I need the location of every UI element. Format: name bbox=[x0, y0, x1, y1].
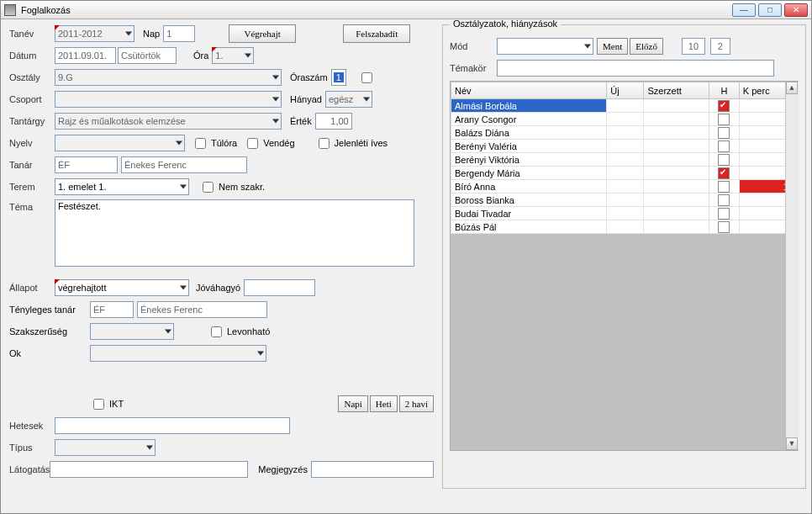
minimize-button[interactable]: — bbox=[732, 3, 756, 17]
table-row[interactable]: Arany Csongor bbox=[451, 113, 798, 126]
h-cell[interactable] bbox=[709, 153, 739, 167]
h-checkbox[interactable] bbox=[718, 127, 730, 139]
student-name[interactable]: Berényi Valéria bbox=[451, 140, 607, 153]
student-name[interactable]: Arany Csongor bbox=[451, 113, 607, 126]
nemszakr-check[interactable] bbox=[203, 182, 214, 193]
h-checkbox[interactable] bbox=[718, 100, 730, 112]
oraszam-input[interactable]: 1 bbox=[331, 69, 346, 86]
uj-cell[interactable] bbox=[607, 167, 644, 180]
tantargy-select[interactable]: Rajz és műalkotások elemzése bbox=[55, 113, 282, 130]
student-name[interactable]: Bíró Anna bbox=[451, 180, 607, 193]
h-checkbox[interactable] bbox=[718, 208, 730, 220]
elozo-button[interactable]: Előző bbox=[630, 38, 663, 55]
uj-cell[interactable] bbox=[607, 207, 644, 220]
szerzett-cell[interactable] bbox=[644, 167, 709, 180]
vendeg-check[interactable] bbox=[247, 138, 258, 149]
h-checkbox[interactable] bbox=[718, 154, 730, 166]
table-row[interactable]: Budai Tivadar bbox=[451, 207, 798, 220]
col-h[interactable]: H bbox=[709, 82, 739, 99]
student-name[interactable]: Budai Tivadar bbox=[451, 207, 607, 220]
nap-input[interactable] bbox=[163, 25, 195, 42]
close-button[interactable]: ✕ bbox=[784, 3, 808, 17]
table-scrollbar[interactable]: ▲ ▼ bbox=[785, 82, 799, 450]
table-row[interactable]: Boross Bianka bbox=[451, 193, 798, 207]
tema-textarea[interactable]: Festészet. bbox=[55, 199, 414, 267]
uj-cell[interactable] bbox=[607, 193, 644, 207]
student-name[interactable]: Balázs Diána bbox=[451, 126, 607, 140]
tipus-select[interactable] bbox=[55, 439, 156, 456]
h-checkbox[interactable] bbox=[718, 181, 730, 193]
ikt-check[interactable] bbox=[93, 399, 104, 410]
szerzett-cell[interactable] bbox=[644, 180, 709, 193]
col-szerzett[interactable]: Szerzett bbox=[644, 82, 709, 99]
tanar-code[interactable] bbox=[55, 156, 118, 173]
ora-select[interactable]: 1. bbox=[212, 47, 254, 64]
h-checkbox[interactable] bbox=[718, 194, 730, 206]
table-row[interactable]: Bíró Anna12 bbox=[451, 180, 798, 193]
tulora-check[interactable] bbox=[195, 138, 206, 149]
uj-cell[interactable] bbox=[607, 113, 644, 126]
csoport-select[interactable] bbox=[55, 91, 282, 108]
table-row[interactable]: Búzás Pál bbox=[451, 220, 798, 234]
uj-cell[interactable] bbox=[607, 99, 644, 113]
table-row[interactable]: Bergendy Mária bbox=[451, 167, 798, 180]
table-row[interactable]: Berényi Valéria bbox=[451, 140, 798, 153]
h-cell[interactable] bbox=[709, 180, 739, 193]
table-row[interactable]: Berényi Viktória bbox=[451, 153, 798, 167]
szerzett-cell[interactable] bbox=[644, 193, 709, 207]
terem-select[interactable]: 1. emelet 1. bbox=[55, 178, 189, 195]
allapot-select[interactable]: végrehajtott bbox=[55, 279, 189, 296]
students-table[interactable]: Név Új Szerzett H K perc Almási BorbálaA… bbox=[451, 82, 798, 234]
uj-cell[interactable] bbox=[607, 220, 644, 234]
student-name[interactable]: Búzás Pál bbox=[451, 220, 607, 234]
datum-input[interactable] bbox=[55, 47, 116, 64]
havi-button[interactable]: 2 havi bbox=[399, 395, 434, 412]
szerzett-cell[interactable] bbox=[644, 207, 709, 220]
maximize-button[interactable]: □ bbox=[758, 3, 782, 17]
felszabadit-button[interactable]: Felszabadít bbox=[343, 24, 410, 43]
vegrehajt-button[interactable]: Végrehajt bbox=[229, 24, 296, 43]
uj-cell[interactable] bbox=[607, 126, 644, 140]
szerzett-cell[interactable] bbox=[644, 153, 709, 167]
szerzett-cell[interactable] bbox=[644, 113, 709, 126]
oraszam-check[interactable] bbox=[361, 72, 372, 83]
h-checkbox[interactable] bbox=[718, 167, 730, 179]
scroll-down-icon[interactable]: ▼ bbox=[786, 437, 798, 450]
szerzett-cell[interactable] bbox=[644, 126, 709, 140]
h-checkbox[interactable] bbox=[718, 114, 730, 125]
levonhato-check[interactable] bbox=[211, 326, 222, 337]
h-cell[interactable] bbox=[709, 126, 739, 140]
mod-select[interactable] bbox=[497, 38, 593, 55]
ment-button[interactable]: Ment bbox=[597, 38, 628, 55]
napi-button[interactable]: Napi bbox=[338, 395, 367, 412]
megjegyzes-input[interactable] bbox=[311, 461, 434, 478]
szerzett-cell[interactable] bbox=[644, 140, 709, 153]
col-uj[interactable]: Új bbox=[607, 82, 644, 99]
h-cell[interactable] bbox=[709, 193, 739, 207]
h-cell[interactable] bbox=[709, 207, 739, 220]
h-checkbox[interactable] bbox=[718, 140, 730, 152]
hanyad-select[interactable]: egész bbox=[325, 91, 372, 108]
h-cell[interactable] bbox=[709, 220, 739, 234]
h-cell[interactable] bbox=[709, 113, 739, 126]
szakszeruseg-select[interactable] bbox=[90, 323, 174, 340]
h-cell[interactable] bbox=[709, 99, 739, 113]
szerzett-cell[interactable] bbox=[644, 220, 709, 234]
table-row[interactable]: Almási Borbála bbox=[451, 99, 798, 113]
uj-cell[interactable] bbox=[607, 153, 644, 167]
jelenleti-check[interactable] bbox=[319, 138, 330, 149]
col-nev[interactable]: Név bbox=[451, 82, 607, 99]
scroll-up-icon[interactable]: ▲ bbox=[786, 82, 798, 94]
student-name[interactable]: Berényi Viktória bbox=[451, 153, 607, 167]
nyelv-select[interactable] bbox=[55, 135, 185, 151]
temakor-input[interactable] bbox=[497, 60, 774, 77]
table-row[interactable]: Balázs Diána bbox=[451, 126, 798, 140]
tenyleges-code[interactable] bbox=[90, 301, 134, 318]
osztaly-select[interactable]: 9.G bbox=[55, 69, 282, 86]
student-name[interactable]: Boross Bianka bbox=[451, 193, 607, 207]
h-checkbox[interactable] bbox=[718, 221, 730, 233]
h-cell[interactable] bbox=[709, 140, 739, 153]
student-name[interactable]: Almási Borbála bbox=[451, 99, 607, 113]
uj-cell[interactable] bbox=[607, 140, 644, 153]
h-cell[interactable] bbox=[709, 167, 739, 180]
